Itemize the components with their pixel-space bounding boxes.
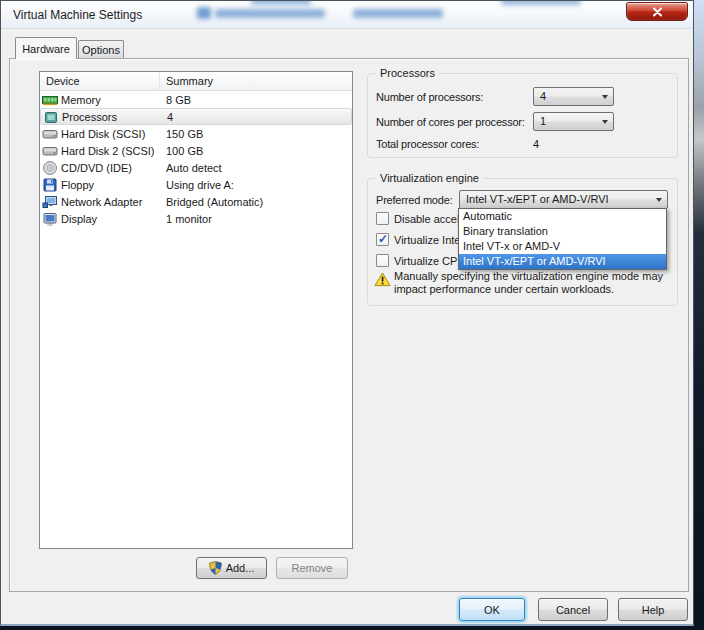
cancel-button-label: Cancel bbox=[556, 604, 590, 616]
preferred-mode-value: Intel VT-x/EPT or AMD-V/RVI bbox=[466, 193, 609, 205]
device-summary: Auto detect bbox=[160, 162, 352, 174]
device-row-network-adapter[interactable]: Network Adapter Bridged (Automatic) bbox=[40, 193, 352, 210]
device-name: Network Adapter bbox=[61, 196, 160, 208]
hard-disk-icon bbox=[42, 143, 58, 159]
preferred-mode-dropdown-list[interactable]: Automatic Binary translation Intel VT-x … bbox=[458, 208, 667, 270]
background-blur-blob bbox=[501, 1, 581, 5]
checkbox-box[interactable] bbox=[376, 212, 389, 225]
cd-dvd-icon bbox=[42, 160, 58, 176]
device-list-header[interactable]: Device Summary bbox=[40, 72, 352, 91]
checkbox-label: Virtualize Intel bbox=[394, 234, 463, 246]
add-button-label: Add... bbox=[226, 562, 255, 574]
num-cores-label: Number of cores per processor: bbox=[376, 116, 525, 128]
ok-button-label: OK bbox=[484, 604, 500, 616]
hard-disk-icon bbox=[42, 126, 58, 142]
total-cores-label: Total processor cores: bbox=[376, 138, 479, 150]
device-summary: Using drive A: bbox=[160, 179, 352, 191]
device-summary: 1 monitor bbox=[160, 213, 352, 225]
device-name: Floppy bbox=[61, 179, 160, 191]
ok-button[interactable]: OK bbox=[459, 598, 525, 621]
close-icon bbox=[652, 7, 663, 17]
device-row-memory[interactable]: Memory 8 GB bbox=[40, 91, 352, 108]
add-device-button[interactable]: Add... bbox=[196, 557, 267, 579]
help-button-label: Help bbox=[642, 604, 665, 616]
background-blur-blob bbox=[215, 9, 325, 18]
chevron-down-icon bbox=[602, 120, 608, 127]
processors-group-title: Processors bbox=[376, 67, 439, 79]
device-summary: 8 GB bbox=[160, 94, 352, 106]
device-summary: 4 bbox=[161, 111, 351, 123]
checkbox-box[interactable] bbox=[376, 233, 389, 246]
screen: Virtual Machine Settings Hardware Option… bbox=[0, 0, 704, 630]
remove-device-button: Remove bbox=[276, 557, 348, 579]
device-row-floppy[interactable]: Floppy Using drive A: bbox=[40, 176, 352, 193]
num-processors-combo[interactable]: 4 bbox=[533, 87, 614, 106]
device-summary: 150 GB bbox=[160, 128, 352, 140]
chevron-down-icon bbox=[656, 198, 662, 205]
display-icon bbox=[42, 211, 58, 227]
device-name: Display bbox=[61, 213, 160, 225]
window-title: Virtual Machine Settings bbox=[13, 8, 142, 22]
close-button[interactable] bbox=[626, 2, 688, 21]
device-summary: 100 GB bbox=[160, 145, 352, 157]
num-processors-value: 4 bbox=[540, 90, 546, 102]
warning-icon bbox=[374, 272, 391, 289]
background-window-edge bbox=[693, 0, 704, 630]
device-row-processors[interactable]: Processors 4 bbox=[40, 108, 352, 125]
checkbox-label: Virtualize CPU bbox=[394, 255, 465, 267]
num-processors-label: Number of processors: bbox=[376, 91, 483, 103]
remove-button-label: Remove bbox=[292, 562, 333, 574]
memory-icon bbox=[42, 92, 58, 108]
processor-icon bbox=[43, 109, 59, 125]
device-name: Hard Disk (SCSI) bbox=[61, 128, 160, 140]
device-name: Hard Disk 2 (SCSI) bbox=[61, 145, 160, 157]
virtual-machine-settings-dialog: Virtual Machine Settings Hardware Option… bbox=[0, 0, 694, 626]
num-cores-combo[interactable]: 1 bbox=[533, 112, 614, 131]
checkbox-box[interactable] bbox=[376, 254, 389, 267]
cancel-button[interactable]: Cancel bbox=[538, 598, 608, 621]
chevron-down-icon bbox=[602, 95, 608, 102]
help-button[interactable]: Help bbox=[618, 598, 688, 621]
warning-text-line1: Manually specifying the virtualization e… bbox=[394, 270, 663, 282]
floppy-icon bbox=[42, 177, 58, 193]
device-row-hard-disk[interactable]: Hard Disk (SCSI) 150 GB bbox=[40, 125, 352, 142]
device-list[interactable]: Device Summary Memory 8 GB Processors 4 … bbox=[39, 71, 353, 549]
network-adapter-icon bbox=[42, 194, 58, 210]
virtualization-group-title: Virtualization engine bbox=[376, 172, 483, 184]
device-name: Processors bbox=[62, 111, 161, 123]
checkbox-virtualize-vtx[interactable]: Virtualize Intel bbox=[376, 233, 463, 246]
device-row-display[interactable]: Display 1 monitor bbox=[40, 210, 352, 227]
preferred-mode-label: Preferred mode: bbox=[376, 194, 452, 206]
dropdown-option-vtx-ept-amdv-rvi[interactable]: Intel VT-x/EPT or AMD-V/RVI bbox=[459, 254, 666, 269]
device-row-cd-dvd[interactable]: CD/DVD (IDE) Auto detect bbox=[40, 159, 352, 176]
device-summary: Bridged (Automatic) bbox=[160, 196, 352, 208]
num-cores-value: 1 bbox=[540, 115, 546, 127]
device-name: Memory bbox=[61, 94, 160, 106]
column-header-device[interactable]: Device bbox=[40, 72, 160, 90]
tab-hardware[interactable]: Hardware bbox=[15, 37, 77, 59]
preferred-mode-combo[interactable]: Intel VT-x/EPT or AMD-V/RVI bbox=[459, 190, 668, 209]
dropdown-option-binary-translation[interactable]: Binary translation bbox=[459, 224, 666, 239]
background-blur-blob bbox=[197, 7, 211, 19]
total-cores-value: 4 bbox=[533, 138, 539, 150]
background-blur-blob bbox=[353, 9, 443, 18]
checkbox-disable-acceleration[interactable]: Disable acceler bbox=[376, 212, 469, 225]
column-header-summary[interactable]: Summary bbox=[160, 72, 352, 90]
device-row-hard-disk-2[interactable]: Hard Disk 2 (SCSI) 100 GB bbox=[40, 142, 352, 159]
title-bar[interactable]: Virtual Machine Settings bbox=[1, 1, 693, 29]
dropdown-option-vtx-amdv[interactable]: Intel VT-x or AMD-V bbox=[459, 239, 666, 254]
tab-options[interactable]: Options bbox=[78, 40, 124, 59]
warning-text-line2: impact performance under certain workloa… bbox=[394, 283, 614, 295]
uac-shield-icon bbox=[209, 561, 222, 575]
background-blur-blob bbox=[251, 1, 311, 5]
device-name: CD/DVD (IDE) bbox=[61, 162, 160, 174]
dropdown-option-automatic[interactable]: Automatic bbox=[459, 209, 666, 224]
checkbox-virtualize-cpu-counters[interactable]: Virtualize CPU bbox=[376, 254, 465, 267]
